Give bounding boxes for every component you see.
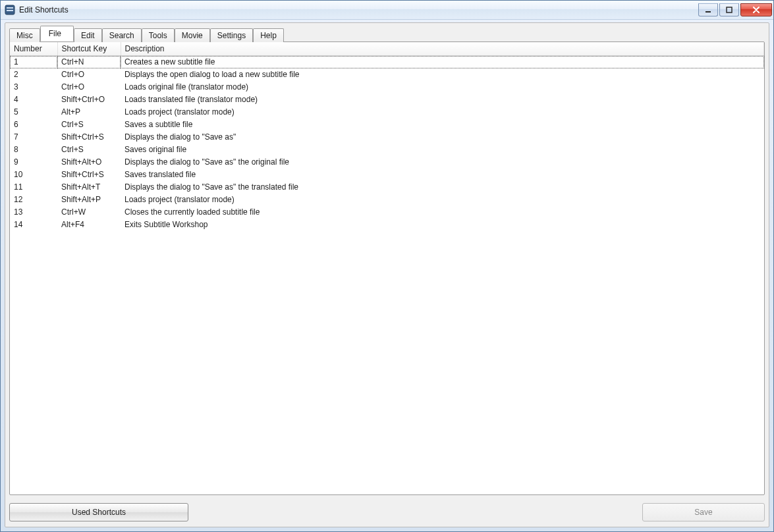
- cell-number: 11: [10, 181, 57, 194]
- cell-shortcut: Ctrl+W: [57, 206, 121, 219]
- cell-shortcut: Shift+Alt+O: [57, 156, 121, 169]
- save-button[interactable]: Save: [642, 503, 765, 521]
- cell-description: Exits Subtitle Workshop: [121, 219, 764, 231]
- table-row[interactable]: 10Shift+Ctrl+SSaves translated file: [10, 169, 764, 181]
- cell-number: 8: [10, 144, 57, 156]
- cell-shortcut: Shift+Ctrl+S: [57, 169, 121, 181]
- table-row[interactable]: 5Alt+PLoads project (translator mode): [10, 106, 764, 119]
- tab-file[interactable]: File: [40, 26, 74, 41]
- tab-movie[interactable]: Movie: [175, 28, 210, 42]
- cell-shortcut: Alt+F4: [57, 219, 121, 231]
- shortcuts-table: Number Shortcut Key Description 1Ctrl+NC…: [10, 42, 764, 231]
- cell-shortcut: Shift+Ctrl+S: [57, 131, 121, 144]
- table-row[interactable]: 12Shift+Alt+PLoads project (translator m…: [10, 194, 764, 206]
- tab-label: Tools: [149, 31, 167, 40]
- table-row[interactable]: 9Shift+Alt+ODisplays the dialog to "Save…: [10, 156, 764, 169]
- tab-label: File: [49, 29, 61, 38]
- svg-rect-4: [727, 7, 732, 13]
- cell-number: 10: [10, 169, 57, 181]
- cell-description: Loads project (translator mode): [121, 106, 764, 119]
- col-header-number[interactable]: Number: [10, 42, 57, 56]
- cell-description: Displays the dialog to "Save as" the tra…: [121, 181, 764, 194]
- cell-description: Saves translated file: [121, 169, 764, 181]
- table-row[interactable]: 7Shift+Ctrl+SDisplays the dialog to "Sav…: [10, 131, 764, 144]
- cell-number: 1: [10, 56, 57, 69]
- tab-settings[interactable]: Settings: [210, 28, 253, 42]
- cell-number: 5: [10, 106, 57, 119]
- svg-rect-1: [7, 7, 13, 9]
- table-row[interactable]: 14Alt+F4Exits Subtitle Workshop: [10, 219, 764, 231]
- used-shortcuts-button[interactable]: Used Shortcuts: [9, 503, 188, 521]
- shortcuts-listview[interactable]: Number Shortcut Key Description 1Ctrl+NC…: [10, 42, 764, 494]
- tab-tools[interactable]: Tools: [142, 28, 175, 42]
- cell-shortcut: Ctrl+S: [57, 144, 121, 156]
- tab-label: Search: [109, 31, 134, 40]
- table-row[interactable]: 13Ctrl+WCloses the currently loaded subt…: [10, 206, 764, 219]
- cell-number: 2: [10, 68, 57, 81]
- tab-page-file: Number Shortcut Key Description 1Ctrl+NC…: [9, 41, 765, 495]
- cell-number: 7: [10, 131, 57, 144]
- window-frame: Edit Shortcuts Misc File Edit Search Too…: [0, 0, 774, 532]
- cell-description: Saves original file: [121, 144, 764, 156]
- tab-label: Misc: [16, 31, 33, 40]
- cell-shortcut: Shift+Alt+P: [57, 194, 121, 206]
- cell-description: Displays the dialog to "Save as": [121, 131, 764, 144]
- tab-label: Help: [260, 31, 277, 40]
- svg-rect-3: [705, 11, 711, 13]
- tab-search[interactable]: Search: [102, 28, 142, 42]
- close-button[interactable]: [740, 3, 772, 16]
- table-row[interactable]: 2Ctrl+ODisplays the open dialog to load …: [10, 68, 764, 81]
- cell-shortcut: Ctrl+O: [57, 68, 121, 81]
- cell-shortcut: Shift+Alt+T: [57, 181, 121, 194]
- cell-number: 12: [10, 194, 57, 206]
- cell-description: Closes the currently loaded subtitle fil…: [121, 206, 764, 219]
- table-row[interactable]: 6Ctrl+SSaves a subtitle file: [10, 119, 764, 131]
- cell-description: Loads translated file (translator mode): [121, 93, 764, 106]
- cell-shortcut: Ctrl+S: [57, 119, 121, 131]
- table-row[interactable]: 8Ctrl+SSaves original file: [10, 144, 764, 156]
- cell-shortcut: Ctrl+O: [57, 81, 121, 93]
- button-label: Used Shortcuts: [72, 508, 126, 517]
- table-row[interactable]: 11Shift+Alt+TDisplays the dialog to "Sav…: [10, 181, 764, 194]
- cell-number: 6: [10, 119, 57, 131]
- button-label: Save: [694, 508, 712, 517]
- tabstrip: Misc File Edit Search Tools Movie Settin…: [9, 26, 765, 41]
- tab-label: Edit: [81, 31, 95, 40]
- col-header-shortcut[interactable]: Shortcut Key: [57, 42, 121, 56]
- cell-description: Saves a subtitle file: [121, 119, 764, 131]
- cell-description: Displays the open dialog to load a new s…: [121, 68, 764, 81]
- cell-description: Loads original file (translator mode): [121, 81, 764, 93]
- app-icon: [5, 5, 15, 15]
- cell-shortcut: Ctrl+N: [57, 56, 121, 69]
- cell-description: Loads project (translator mode): [121, 194, 764, 206]
- cell-description: Displays the dialog to "Save as" the ori…: [121, 156, 764, 169]
- minimize-button[interactable]: [698, 3, 718, 16]
- cell-shortcut: Alt+P: [57, 106, 121, 119]
- cell-shortcut: Shift+Ctrl+O: [57, 93, 121, 106]
- tab-misc[interactable]: Misc: [9, 28, 40, 42]
- tab-help[interactable]: Help: [253, 28, 284, 42]
- table-row[interactable]: 3Ctrl+OLoads original file (translator m…: [10, 81, 764, 93]
- window-title: Edit Shortcuts: [19, 5, 698, 14]
- cell-number: 4: [10, 93, 57, 106]
- col-header-description[interactable]: Description: [121, 42, 764, 56]
- tab-edit[interactable]: Edit: [74, 28, 102, 42]
- tab-label: Movie: [182, 31, 203, 40]
- maximize-button[interactable]: [719, 3, 739, 16]
- table-row[interactable]: 1Ctrl+NCreates a new subtitle file: [10, 56, 764, 69]
- table-row[interactable]: 4Shift+Ctrl+OLoads translated file (tran…: [10, 93, 764, 106]
- table-header-row: Number Shortcut Key Description: [10, 42, 764, 56]
- titlebar[interactable]: Edit Shortcuts: [1, 1, 773, 20]
- cell-number: 9: [10, 156, 57, 169]
- cell-number: 14: [10, 219, 57, 231]
- bottom-button-bar: Used Shortcuts Save: [9, 495, 765, 523]
- cell-number: 3: [10, 81, 57, 93]
- client-area: Misc File Edit Search Tools Movie Settin…: [5, 22, 769, 527]
- svg-rect-2: [7, 10, 13, 11]
- cell-number: 13: [10, 206, 57, 219]
- cell-description: Creates a new subtitle file: [121, 56, 764, 69]
- tab-label: Settings: [217, 31, 246, 40]
- window-control-buttons: [698, 3, 772, 16]
